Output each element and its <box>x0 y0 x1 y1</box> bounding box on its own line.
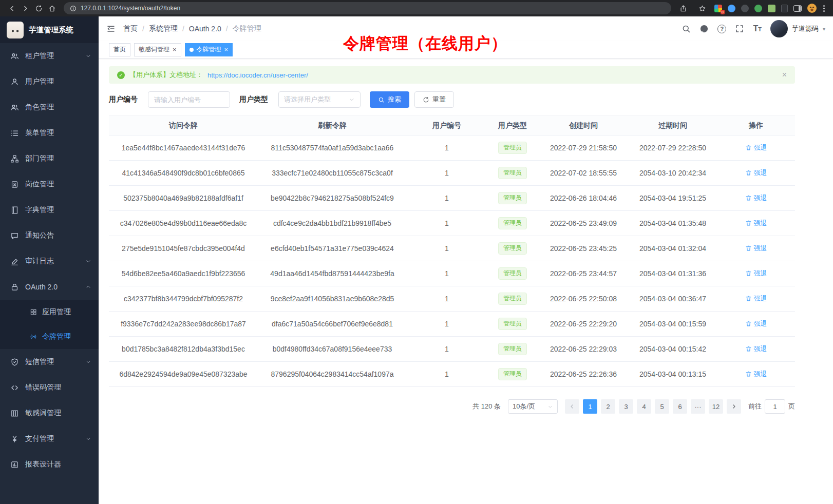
browser-back-icon[interactable] <box>5 2 18 14</box>
sidebar-item-oauth2[interactable]: OAuth 2.0 <box>0 274 99 300</box>
tag-tab-0[interactable]: 首页 <box>109 43 130 56</box>
sidebar-item-oauth2-app[interactable]: 应用管理 <box>0 300 99 324</box>
pagination-page-3[interactable]: 3 <box>619 399 633 414</box>
sidebar-item-tenant[interactable]: 租户管理 <box>0 43 99 69</box>
sidebar-item-menu[interactable]: 菜单管理 <box>0 120 99 146</box>
user-type-select[interactable]: 请选择用户类型 <box>278 91 361 108</box>
pagination-page-12[interactable]: 12 <box>709 399 723 414</box>
sidebar-item-dept[interactable]: 部门管理 <box>0 146 99 171</box>
breadcrumb-item: 令牌管理 <box>233 24 261 33</box>
sidebar-item-role[interactable]: 角色管理 <box>0 94 99 120</box>
pagination-page-6[interactable]: 6 <box>673 399 687 414</box>
sidebar-item-user[interactable]: 用户管理 <box>0 69 99 94</box>
user-id-input[interactable] <box>148 91 230 108</box>
breadcrumb-item[interactable]: OAuth 2.0 <box>189 25 221 33</box>
force-logout-button[interactable]: 强退 <box>745 370 767 379</box>
goto-label: 前往 <box>748 402 762 411</box>
success-check-icon: ✓ <box>117 71 125 79</box>
search-icon[interactable] <box>681 24 691 33</box>
help-icon[interactable]: ? <box>717 25 726 33</box>
expire-time-cell: 2054-03-04 00:13:15 <box>629 362 717 387</box>
user-id-cell: 1 <box>407 236 487 261</box>
trash-icon <box>745 220 752 226</box>
pagination-next-button[interactable] <box>727 399 741 414</box>
sidebar-item-oauth2-token[interactable]: 令牌管理 <box>0 324 99 349</box>
sidebar-item-dict[interactable]: 字典管理 <box>0 197 99 223</box>
sidebar-item-notice[interactable]: 通知公告 <box>0 223 99 248</box>
action-cell: 强退 <box>717 161 795 186</box>
pinned-extension-icon[interactable] <box>781 5 788 12</box>
reset-button[interactable]: 重置 <box>414 91 454 108</box>
pagination-prev-button[interactable] <box>565 399 579 414</box>
user-type-badge: 管理员 <box>498 192 527 204</box>
force-logout-button[interactable]: 强退 <box>745 244 767 253</box>
action-cell: 强退 <box>717 236 795 261</box>
alert-close-icon[interactable]: × <box>782 71 787 79</box>
search-button[interactable]: 搜索 <box>370 91 409 108</box>
page-size-select[interactable]: 10条/页 <box>508 399 558 414</box>
force-logout-button[interactable]: 强退 <box>745 219 767 228</box>
browser-home-icon[interactable] <box>45 2 59 14</box>
fullscreen-icon[interactable] <box>735 24 744 33</box>
browser-forward-icon[interactable] <box>18 2 32 14</box>
tab-close-icon[interactable]: × <box>173 46 177 53</box>
site-info-icon[interactable] <box>70 5 77 12</box>
pagination-page-2[interactable]: 2 <box>601 399 615 414</box>
browser-reload-icon[interactable] <box>32 2 45 14</box>
extension-icon[interactable]: 0 <box>714 5 722 12</box>
goto-page-input[interactable] <box>765 399 785 414</box>
user-id-label: 用户编号 <box>109 95 138 104</box>
tab-close-icon[interactable]: × <box>224 46 229 53</box>
browser-profile-avatar[interactable] <box>807 4 817 13</box>
force-logout-button[interactable]: 强退 <box>745 294 767 303</box>
force-logout-button[interactable]: 强退 <box>745 269 767 278</box>
extension-blue-icon[interactable] <box>728 5 735 12</box>
tag-tab-2[interactable]: 令牌管理 × <box>185 43 233 56</box>
trash-icon <box>745 345 752 352</box>
sidebar-item-report-designer[interactable]: 报表设计器 <box>0 452 99 477</box>
pagination-page-4[interactable]: 4 <box>637 399 651 414</box>
menu-fold-icon[interactable] <box>106 24 116 33</box>
extension-dark-icon[interactable] <box>741 5 749 12</box>
breadcrumb-item[interactable]: 系统管理 <box>149 24 178 33</box>
force-logout-button[interactable]: 强退 <box>745 168 767 178</box>
browser-toolbar: 127.0.0.1:1024/system/oauth2/token 0 <box>0 0 833 16</box>
force-logout-button[interactable]: 强退 <box>745 319 767 328</box>
extensions-puzzle-icon[interactable] <box>768 5 775 12</box>
font-size-icon[interactable]: TT <box>753 25 762 33</box>
force-logout-button[interactable]: 强退 <box>745 193 767 203</box>
app-window: 芋道管理系统 租户管理 用户管理 角色管理 菜单管理 部门管理 岗位管理 字典管… <box>0 16 833 504</box>
sidebar-item-post[interactable]: 岗位管理 <box>0 171 99 197</box>
pagination-more[interactable]: ··· <box>691 399 705 414</box>
sidebar-item-sms[interactable]: 短信管理 <box>0 349 99 375</box>
share-icon[interactable] <box>676 2 690 14</box>
chevron-up-icon <box>85 284 91 290</box>
sidebar-item-pay[interactable]: 支付管理 <box>0 426 99 452</box>
user-id-cell: 1 <box>407 362 487 387</box>
force-logout-button[interactable]: 强退 <box>745 344 767 354</box>
user-type-placeholder: 请选择用户类型 <box>284 95 331 104</box>
refresh-token-cell: e6cfd40eb1f54571a31e775e039c4624 <box>258 236 407 261</box>
user-type-cell: 管理员 <box>487 135 538 161</box>
side-panel-icon[interactable] <box>793 5 802 12</box>
extension-green-icon[interactable] <box>754 5 762 12</box>
bookmark-star-icon[interactable] <box>695 2 709 14</box>
user-menu[interactable]: 芋道源码 ▾ <box>770 20 825 37</box>
app-title: 芋道管理系统 <box>29 25 73 35</box>
github-icon[interactable] <box>699 24 709 33</box>
force-logout-button[interactable]: 强退 <box>745 143 767 152</box>
breadcrumb-item[interactable]: 首页 <box>123 24 138 33</box>
sidebar-item-error-code[interactable]: 错误码管理 <box>0 375 99 400</box>
browser-menu-icon[interactable] <box>822 4 826 13</box>
pagination-page-5[interactable]: 5 <box>655 399 669 414</box>
doc-link[interactable]: https://doc.iocoder.cn/user-center/ <box>207 71 308 79</box>
column-header: 操作 <box>717 116 795 135</box>
created-time-cell: 2022-06-26 18:04:46 <box>538 186 629 211</box>
user-type-badge: 管理员 <box>498 318 527 330</box>
sidebar-item-audit-log[interactable]: 审计日志 <box>0 248 99 274</box>
expire-time-cell: 2054-03-04 01:31:36 <box>629 261 717 286</box>
pagination-page-1[interactable]: 1 <box>583 399 597 414</box>
tag-tab-1[interactable]: 敏感词管理 × <box>134 43 181 56</box>
address-bar[interactable]: 127.0.0.1:1024/system/oauth2/token <box>64 2 671 14</box>
sidebar-item-sensitive-word[interactable]: 敏感词管理 <box>0 400 99 426</box>
